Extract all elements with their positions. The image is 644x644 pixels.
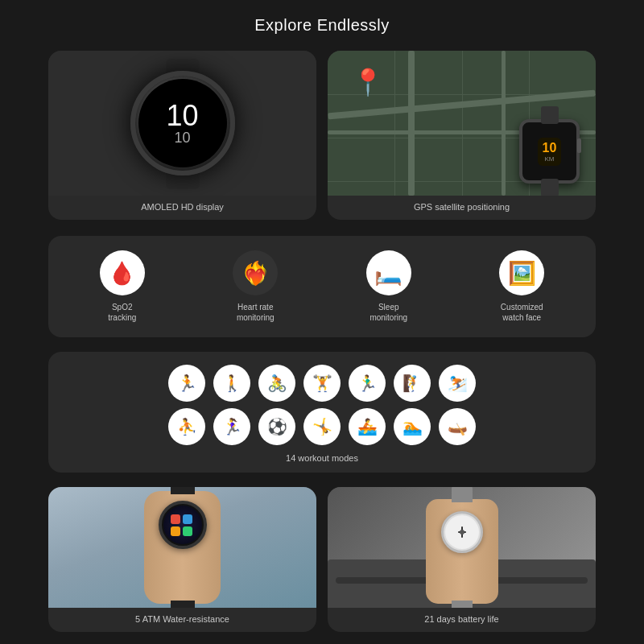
bottom-images-section: 5 ATM Water-resistance <box>48 487 596 632</box>
gps-card: 📍 10 KM GPS satellite positioning <box>328 51 596 220</box>
battery-image-area <box>328 487 596 608</box>
workout-cycle: 🚴 <box>258 365 295 402</box>
heart-rate-label: Heart rate monitoring <box>237 302 275 323</box>
amoled-card: 10 10 AMOLED HD display <box>48 51 316 220</box>
battery-label: 21 days battery life <box>419 608 503 632</box>
top-images-section: 10 10 AMOLED HD display <box>48 51 596 220</box>
watchface-label: Customized watch face <box>501 302 543 323</box>
workout-treadmill: 🏃‍♂️ <box>349 365 386 402</box>
features-section: 🩸 SpO2 tracking ❤️‍🔥 Heart rate monitori… <box>48 236 596 337</box>
workout-run2: 🏃‍♀️ <box>213 408 250 445</box>
workout-section: 🏃 🚶 🚴 🏋️ 🏃‍♂️ 🧗 ⛷️ ⛹️ 🏃‍♀️ ⚽ 🤸 🚣 🏊 🛶 14 … <box>48 352 596 473</box>
feature-watchface: 🖼️ Customized watch face <box>460 250 585 323</box>
amoled-image-area: 10 10 <box>48 51 316 196</box>
watchface-icon: 🖼️ <box>499 250 544 295</box>
feature-sleep: 🛏️ Sleep monitoring <box>326 250 452 323</box>
sleep-label: Sleep monitoring <box>369 302 407 323</box>
spo2-label: SpO2 tracking <box>108 302 136 323</box>
workout-climb: 🧗 <box>394 365 431 402</box>
gps-label: GPS satellite positioning <box>409 196 514 220</box>
gps-image-area: 📍 10 KM <box>328 51 596 196</box>
gps-watch: 10 KM <box>519 119 580 184</box>
workout-kayak: 🚣 <box>349 408 386 445</box>
workout-run: 🏃 <box>168 365 205 402</box>
workout-row-1: 🏃 🚶 🚴 🏋️ 🏃‍♂️ 🧗 ⛷️ <box>60 365 584 402</box>
workout-walk: 🚶 <box>213 365 250 402</box>
workout-swim2: 🛶 <box>439 408 476 445</box>
location-pin-icon: 📍 <box>352 67 384 97</box>
water-label: 5 ATM Water-resistance <box>130 608 234 632</box>
workout-modes-label: 14 workout modes <box>60 453 584 463</box>
workout-swim: 🏊 <box>394 408 431 445</box>
heart-rate-icon: ❤️‍🔥 <box>233 250 278 295</box>
feature-spo2: 🩸 SpO2 tracking <box>60 250 185 323</box>
page-title: Explore Endlessly <box>254 16 389 35</box>
water-image-area <box>48 487 316 608</box>
workout-soccer: ⚽ <box>258 408 295 445</box>
workout-hike: ⛷️ <box>439 365 476 402</box>
workout-gymnastics: 🤸 <box>303 408 341 445</box>
gps-distance: 10 <box>543 141 557 155</box>
workout-row-2: ⛹️ 🏃‍♀️ ⚽ 🤸 🚣 🏊 🛶 <box>60 408 584 445</box>
battery-card: 21 days battery life <box>328 487 596 632</box>
workout-rowing: 🏋️ <box>303 365 341 402</box>
map-background: 📍 10 KM <box>328 51 596 196</box>
water-resistance-card: 5 ATM Water-resistance <box>48 487 316 632</box>
gps-unit: KM <box>543 155 557 163</box>
workout-basketball: ⛹️ <box>168 408 205 445</box>
amoled-label: AMOLED HD display <box>136 196 229 220</box>
spo2-icon: 🩸 <box>100 250 145 295</box>
sleep-icon: 🛏️ <box>366 250 411 295</box>
workout-icons: 🏃 🚶 🚴 🏋️ 🏃‍♂️ 🧗 ⛷️ ⛹️ 🏃‍♀️ ⚽ 🤸 🚣 🏊 🛶 <box>60 365 584 445</box>
feature-heart-rate: ❤️‍🔥 Heart rate monitoring <box>193 250 319 323</box>
